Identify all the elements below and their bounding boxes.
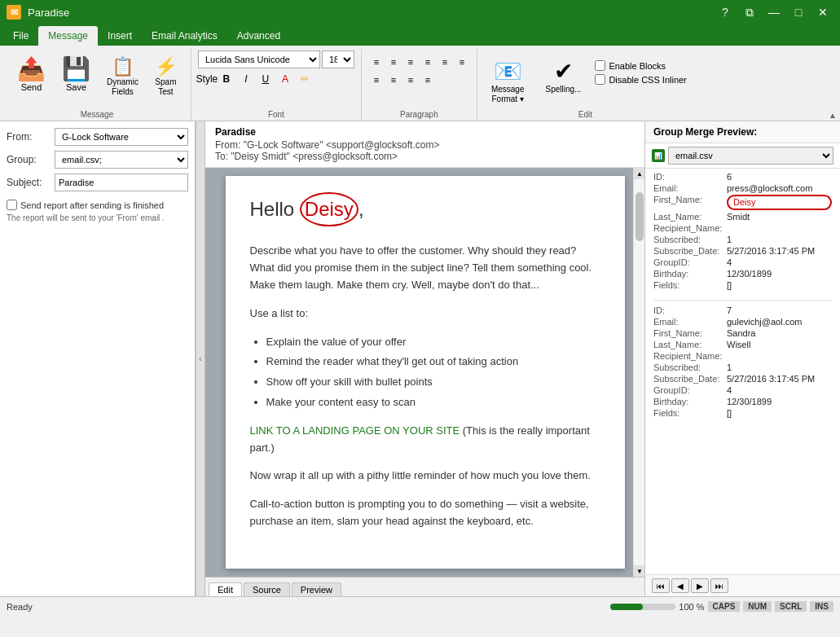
field-value-subscribed-1: 1 [727,235,832,244]
maximize-button[interactable]: □ [788,4,809,20]
subject-input[interactable] [55,174,188,191]
email-scrollbar[interactable]: ▲ ▼ [633,168,644,577]
tab-message[interactable]: Message [38,26,98,46]
csv-select[interactable]: email.csv [668,147,833,165]
zoom-fill [610,604,643,610]
merge-field-recipname-1: Recipient_Name: [653,223,832,233]
titlebar-left: ✉ Paradise [7,5,69,20]
unordered-list-button[interactable]: ≡ [368,54,385,70]
num-indicator: NUM [743,601,772,612]
email-canvas-wrapper[interactable]: Hello Deisy, Describe what you have to o… [205,168,644,577]
font-family-select[interactable]: Lucida Sans Unicode [198,51,320,68]
merge-field-recipname-2: Recipient_Name: [653,351,832,361]
field-key-subscribed-1: Subscribed: [653,235,727,244]
spam-test-button[interactable]: ⚡ SpamTest [147,54,184,101]
nav-last-button[interactable]: ⏭ [710,578,728,593]
restore-button[interactable]: ⧉ [739,4,760,20]
tab-edit[interactable]: Edit [209,582,242,596]
font-size-select[interactable]: 18 [322,51,354,68]
merge-field-subscribed-2: Subscribed: 1 [653,362,832,372]
style-button[interactable]: Style [198,70,216,88]
tab-file[interactable]: File [3,26,38,46]
csv-selector: 📊 email.csv [645,143,840,169]
tab-insert[interactable]: Insert [98,26,142,46]
email-from: From: "G-Lock Software" <support@glockso… [215,139,635,151]
style-label: Style [196,73,218,85]
field-value-groupid-2: 4 [727,385,832,395]
justify-button[interactable]: ≡ [420,72,436,88]
minimize-button[interactable]: — [763,4,785,20]
ordered-list-button[interactable]: ≡ [385,54,402,70]
left-panel: From: G-Lock Software Group: email.csv; … [0,121,196,596]
merge-preview-header: Group Merge Preview: [645,121,840,143]
save-button[interactable]: 💾 Save [55,54,98,96]
bold-button[interactable]: B [218,70,235,88]
field-key-groupid-2: GroupID: [653,385,727,395]
merge-field-groupid-1: GroupID: 4 [653,257,832,267]
email-canvas[interactable]: Hello Deisy, Describe what you have to o… [226,176,625,569]
underline-button[interactable]: U [257,70,275,88]
statusbar: Ready 100 % CAPS NUM SCRL INS [0,596,840,616]
tab-advanced[interactable]: Advanced [227,26,290,46]
enable-blocks-checkbox[interactable] [595,60,605,71]
collapse-handle[interactable]: ‹ [196,121,205,596]
disable-css-checkbox-row[interactable]: Disable CSS Inliner [595,74,686,85]
nav-prev-button[interactable]: ◀ [671,578,689,593]
nav-first-button[interactable]: ⏮ [652,578,670,593]
right-panel: Group Merge Preview: 📊 email.csv ID: 6 E… [644,121,840,596]
tab-source[interactable]: Source [244,582,290,596]
nav-arrows: ⏮ ◀ ▶ ⏭ [645,574,840,596]
field-value-recipname-1 [727,223,832,233]
ribbon-collapse-button[interactable]: ▲ [829,111,837,120]
tab-email-analytics[interactable]: Email Analytics [142,26,227,46]
font-color-button[interactable]: A [276,70,294,88]
highlight-button[interactable]: ✏ [296,70,314,88]
from-select[interactable]: G-Lock Software [55,128,188,146]
font-controls: Lucida Sans Unicode 18 Style B I [198,51,354,88]
list-options-button[interactable]: ≡ [454,54,470,70]
scroll-down-button[interactable]: ▼ [634,565,644,577]
field-value-subscribed-2: 1 [727,362,832,372]
help-button[interactable]: ? [715,4,736,20]
decrease-indent-button[interactable]: ≡ [402,54,419,70]
caps-indicator: CAPS [708,601,741,612]
message-group-label: Message [81,108,114,121]
field-key-groupid-1: GroupID: [653,257,727,267]
disable-css-checkbox[interactable] [595,74,605,85]
email-area: Paradise From: "G-Lock Software" <suppor… [205,121,644,596]
paragraph-controls: ≡ ≡ ≡ ≡ ≡ ≡ ≡ ≡ ≡ ≡ [368,51,470,88]
align-right-button[interactable]: ≡ [402,72,419,88]
nav-next-button[interactable]: ▶ [691,578,709,593]
dynamic-fields-button[interactable]: 📋 DynamicFields [99,54,146,101]
send-report-checkbox[interactable] [7,200,17,210]
message-format-button[interactable]: 📧 MessageFormat ▾ [484,54,532,108]
spelling-button[interactable]: ✔ Spelling... [538,54,588,108]
align-center-button[interactable]: ≡ [385,72,402,88]
enable-blocks-checkbox-row[interactable]: Enable Blocks [595,60,686,71]
scrl-indicator: SCRL [775,601,807,612]
group-select[interactable]: email.csv; [55,151,188,169]
merge-field-id-1: ID: 6 [653,172,832,182]
list-style-button[interactable]: ≡ [437,54,453,70]
scroll-up-button[interactable]: ▲ [634,168,644,179]
bullet-item-3: Show off your skill with bullet points [266,374,600,391]
email-link-para: LINK TO A LANDING PAGE ON YOUR SITE (Thi… [250,423,600,457]
field-key-recipname-1: Recipient_Name: [653,223,727,233]
merge-field-email-1: Email: press@glocksoft.com [653,183,832,193]
field-value-birthday-2: 12/30/1899 [727,397,832,406]
save-label: Save [66,82,86,92]
merge-data: ID: 6 Email: press@glocksoft.com First_N… [645,169,840,574]
send-button[interactable]: 📤 Send [10,54,53,96]
spelling-icon: ✔ [554,58,573,85]
increase-indent-button[interactable]: ≡ [420,54,436,70]
merge-field-fields-2: Fields: [] [653,408,832,418]
italic-button[interactable]: I [237,70,255,88]
align-left-button[interactable]: ≡ [368,72,385,88]
edit-checkboxes: Enable Blocks Disable CSS Inliner [595,54,686,108]
tab-preview[interactable]: Preview [292,582,341,596]
scrollbar-thumb[interactable] [635,192,644,241]
field-value-email-1: press@glocksoft.com [727,183,832,193]
close-button[interactable]: ✕ [812,4,833,20]
email-link[interactable]: LINK TO A LANDING PAGE ON YOUR SITE [250,424,460,437]
merge-field-firstname-1: First_Name: Deisy [653,195,832,210]
